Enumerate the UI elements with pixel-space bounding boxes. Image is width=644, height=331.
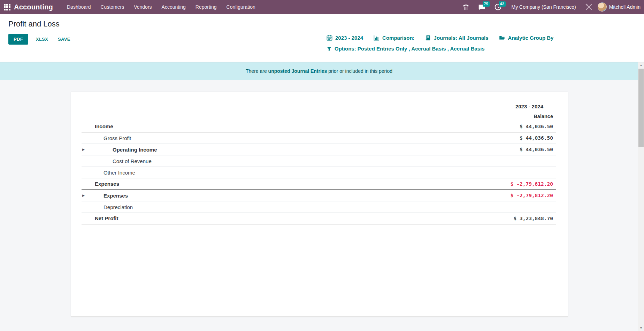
date-range-filter[interactable]: 2023 - 2024 [327, 35, 363, 41]
control-panel: Profit and Loss PDF XLSX SAVE 2023 - 202… [0, 14, 644, 62]
app-title[interactable]: Accounting [14, 3, 53, 11]
row-label: Gross Profit [82, 135, 131, 141]
pdf-button[interactable]: PDF [8, 34, 28, 45]
debug-tools-menu[interactable] [583, 3, 595, 11]
report-filters: 2023 - 2024 Comparison: Journals: All Jo… [327, 35, 553, 52]
bar-chart-icon [374, 35, 380, 41]
phone-icon [462, 3, 469, 10]
expand-caret-icon[interactable]: ▶ [82, 194, 85, 197]
expand-caret-icon[interactable]: ▶ [82, 148, 85, 151]
row-label: Income [82, 123, 113, 129]
nav-item-reporting[interactable]: Reporting [191, 0, 222, 14]
journal-book-icon [425, 35, 431, 41]
report-row-depreciation[interactable]: Depreciation [82, 201, 556, 213]
messages-count-badge: 75 [483, 1, 490, 7]
report-card: 2023 - 2024 Balance Income$ 44,036.50Gro… [71, 92, 568, 317]
vertical-scrollbar[interactable]: ▲ ▼ [638, 62, 644, 331]
funnel-icon [327, 46, 332, 52]
xlsx-button[interactable]: XLSX [34, 34, 50, 45]
report-row-income[interactable]: Income$ 44,036.50 [82, 121, 556, 132]
comparison-label: Comparison: [382, 35, 415, 41]
row-label: Net Profit [82, 215, 118, 221]
row-balance-value: $ 3,23,848.70 [514, 216, 553, 221]
unposted-journal-entries-link[interactable]: unposted Journal Entries [268, 68, 327, 74]
report-actions: PDF XLSX SAVE [8, 34, 72, 45]
row-label: Expenses [82, 181, 119, 187]
user-menu[interactable]: Mitchell Admin [598, 2, 641, 11]
date-range-label: 2023 - 2024 [335, 35, 363, 41]
analytic-groupby-filter[interactable]: Analytic Group By [499, 35, 554, 41]
nav-item-accounting[interactable]: Accounting [157, 0, 191, 14]
nav-item-dashboard[interactable]: Dashboard [62, 0, 96, 14]
comparison-filter[interactable]: Comparison: [374, 35, 415, 41]
analytic-groupby-label: Analytic Group By [508, 35, 554, 41]
navbar-left: Accounting DashboardCustomersVendorsAcco… [0, 0, 260, 14]
scrollbar-thumb[interactable] [638, 69, 644, 147]
nav-item-vendors[interactable]: Vendors [129, 0, 156, 14]
grid-icon [4, 4, 10, 10]
row-label: Other Income [82, 170, 135, 176]
filter-row-2: Options: Posted Entries Only , Accrual B… [327, 46, 553, 52]
report-row-cost-of-revenue[interactable]: Cost of Revenue [82, 155, 556, 167]
report-row-other-income[interactable]: Other Income [82, 167, 556, 178]
nav-item-configuration[interactable]: Configuration [222, 0, 260, 14]
voip-phone-icon[interactable] [459, 0, 473, 14]
journals-filter[interactable]: Journals: All Journals [425, 35, 489, 41]
row-balance-value: $ 44,036.50 [520, 124, 553, 129]
apps-grid-icon[interactable] [0, 0, 14, 14]
main-menu: DashboardCustomersVendorsAccountingRepor… [62, 0, 260, 14]
top-navbar: Accounting DashboardCustomersVendorsAcco… [0, 0, 644, 14]
options-label: Options: Posted Entries Only , Accrual B… [335, 46, 485, 52]
filter-row-1: 2023 - 2024 Comparison: Journals: All Jo… [327, 35, 553, 41]
options-filter[interactable]: Options: Posted Entries Only , Accrual B… [327, 46, 485, 52]
row-balance-value: $ 44,036.50 [520, 147, 553, 152]
row-label: Cost of Revenue [82, 158, 152, 164]
navbar-right: 75 42 My Company (San Francisco) Mitchel… [459, 0, 644, 14]
row-label: Expenses [82, 193, 128, 199]
report-row-operating-income[interactable]: ▶Operating Income$ 44,036.50 [82, 144, 556, 155]
profit-loss-table: 2023 - 2024 Balance Income$ 44,036.50Gro… [82, 101, 556, 224]
activities-menu[interactable]: 42 [491, 0, 505, 14]
calendar-icon [327, 35, 332, 41]
report-rows: Income$ 44,036.50Gross Profit$ 44,036.50… [82, 121, 556, 224]
report-row-expenses[interactable]: ▶Expenses$ -2,79,812.20 [82, 190, 556, 201]
row-balance-value: $ -2,79,812.20 [511, 193, 553, 198]
report-row-expenses[interactable]: Expenses$ -2,79,812.20 [82, 178, 556, 190]
row-label: Depreciation [82, 204, 133, 210]
scroll-up-arrow-icon[interactable]: ▲ [638, 62, 644, 68]
scroll-down-arrow-icon[interactable]: ▼ [638, 325, 644, 331]
unposted-entries-banner: There are unposted Journal Entries prior… [0, 62, 638, 80]
report-row-net-profit[interactable]: Net Profit$ 3,23,848.70 [82, 213, 556, 224]
balance-column-header: Balance [82, 111, 556, 121]
tools-icon [585, 3, 593, 11]
save-button[interactable]: SAVE [56, 34, 72, 45]
messages-menu[interactable]: 75 [475, 0, 489, 14]
period-column-header: 2023 - 2024 [82, 101, 556, 111]
journals-label: Journals: All Journals [434, 35, 489, 41]
banner-text: There are unposted Journal Entries prior… [246, 68, 392, 74]
folder-icon [499, 35, 505, 41]
row-label: Operating Income [82, 147, 157, 153]
avatar [598, 2, 607, 11]
page-title: Profit and Loss [8, 20, 60, 29]
activities-count-badge: 42 [499, 1, 506, 7]
company-switcher[interactable]: My Company (San Francisco) [507, 4, 580, 10]
content-area: 2023 - 2024 Balance Income$ 44,036.50Gro… [0, 80, 638, 331]
nav-item-customers[interactable]: Customers [96, 0, 129, 14]
row-balance-value: $ -2,79,812.20 [511, 181, 553, 187]
report-row-gross-profit[interactable]: Gross Profit$ 44,036.50 [82, 132, 556, 144]
row-balance-value: $ 44,036.50 [520, 135, 553, 141]
user-name: Mitchell Admin [609, 4, 641, 10]
